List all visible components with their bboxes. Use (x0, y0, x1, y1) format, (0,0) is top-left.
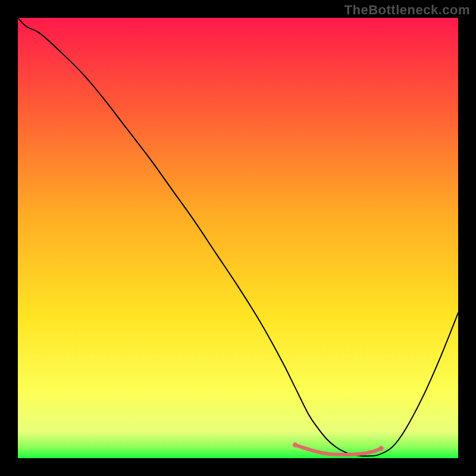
optimal-zone-segment (366, 451, 374, 453)
optimal-zone-endpoint (293, 443, 298, 447)
chart-plot (18, 18, 458, 458)
optimal-zone-segment (322, 453, 330, 454)
chart-container: TheBottleneck.com (0, 0, 476, 476)
optimal-zone-segment (331, 454, 339, 455)
optimal-zone-endpoint (378, 446, 383, 451)
chart-svg (18, 18, 458, 458)
optimal-zone-segment (305, 448, 312, 450)
watermark-label: TheBottleneck.com (345, 2, 470, 18)
optimal-zone-segment (349, 454, 356, 455)
optimal-zone-segment (313, 451, 321, 453)
gradient-background (18, 18, 458, 458)
optimal-zone-segment (357, 453, 365, 454)
